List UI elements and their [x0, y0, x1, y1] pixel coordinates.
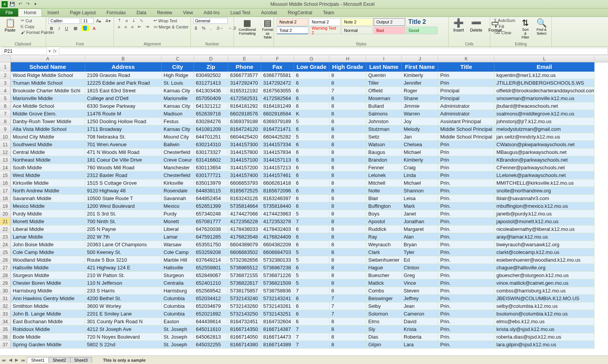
cell[interactable]: 3147292472: [261, 79, 294, 87]
cell[interactable]: Kirksville Middle: [11, 179, 85, 187]
cell[interactable]: Warsaw: [162, 241, 194, 249]
cell[interactable]: South Middle: [11, 164, 85, 172]
cell[interactable]: 11476 Route M: [85, 110, 162, 118]
cell[interactable]: Buescher: [366, 272, 402, 279]
cell[interactable]: 4200 Bethel St.: [85, 295, 162, 302]
row-header[interactable]: 27: [0, 264, 11, 272]
column-header-B[interactable]: B: [85, 55, 162, 62]
cell[interactable]: Vince: [402, 279, 438, 287]
shrink-font-icon[interactable]: A▾: [104, 18, 112, 24]
row-header[interactable]: 9: [0, 125, 11, 133]
cell[interactable]: St. Joseph: [162, 333, 194, 341]
cell[interactable]: Kirksville: [162, 179, 194, 187]
cell[interactable]: Prin.: [438, 210, 494, 218]
insert-cells-button[interactable]: ➕Insert: [451, 18, 466, 33]
cell[interactable]: 644839115: [194, 187, 228, 195]
cell[interactable]: Harrisburg: [162, 287, 194, 295]
wrap-text-button[interactable]: ↩Wrap Text: [152, 18, 190, 23]
sort-filter-button[interactable]: ⇅Sort & Filter: [518, 18, 532, 40]
cell[interactable]: John B. Lange Middle: [11, 310, 85, 318]
cell[interactable]: 647591285: [194, 233, 228, 241]
cell[interactable]: Marionville Middle: [11, 95, 85, 102]
tab-team[interactable]: Team: [317, 8, 339, 17]
cell[interactable]: Margaret: [402, 225, 438, 233]
cell[interactable]: 8: [329, 249, 366, 256]
cell[interactable]: 5732382656: [228, 256, 261, 264]
cell[interactable]: JTILLER@LINDBERGHSCHOOLS.WS: [494, 79, 595, 87]
cell[interactable]: 644439614: [194, 318, 228, 326]
cell[interactable]: 4174423963: [261, 210, 294, 218]
cell[interactable]: 641081209: [194, 125, 228, 133]
cell[interactable]: 1250 Dooling Hollow Road: [85, 118, 162, 125]
cell[interactable]: 5: [294, 210, 329, 218]
cell[interactable]: kquentin@nwr1.k12.mo.us: [494, 72, 595, 79]
cell[interactable]: 6369379188: [228, 118, 261, 125]
cell[interactable]: Kimberly: [402, 156, 438, 164]
cell[interactable]: Prin.: [438, 179, 494, 187]
cell[interactable]: elms@ebs.k12.mo.us: [494, 318, 595, 326]
cell[interactable]: 5: [294, 256, 329, 264]
cell[interactable]: Prin.: [438, 233, 494, 241]
cell[interactable]: 5732143251: [261, 310, 294, 318]
row-header[interactable]: 15: [0, 172, 11, 179]
cell[interactable]: 6: [294, 149, 329, 156]
cell[interactable]: West Middle: [11, 172, 85, 179]
redo-icon[interactable]: ↷: [25, 1, 31, 7]
tab-nav-next-icon[interactable]: ▶: [13, 357, 20, 362]
table-header-cell[interactable]: City: [162, 62, 194, 72]
cell[interactable]: 5736872155: [228, 272, 261, 279]
align-bottom-icon[interactable]: ⇣: [130, 18, 137, 23]
cell[interactable]: Route 5 Box 3210: [85, 256, 162, 264]
cell[interactable]: Purdy: [162, 210, 194, 218]
cell[interactable]: Bryan: [402, 241, 438, 249]
cell[interactable]: 3144157113: [261, 156, 294, 164]
cell[interactable]: 8: [329, 95, 366, 102]
cell[interactable]: Baugus: [366, 149, 402, 156]
cell[interactable]: Easton: [162, 318, 194, 326]
cell[interactable]: 8166714350: [228, 326, 261, 333]
cell[interactable]: 8165672096: [261, 187, 294, 195]
cell[interactable]: 12225 Eddie and Park Road: [85, 79, 162, 87]
cell[interactable]: 8165312192: [228, 87, 261, 95]
cell[interactable]: 4172353278: [261, 218, 294, 225]
cell[interactable]: nicoleabernathy@liberal.k12.mo.us: [494, 225, 595, 233]
cell[interactable]: 8164732451: [228, 318, 261, 326]
style-normal[interactable]: Normal: [341, 27, 373, 34]
font-size-select[interactable]: 11: [81, 18, 94, 24]
row-header[interactable]: 13: [0, 156, 11, 164]
cell[interactable]: Ed: [402, 256, 438, 264]
cell[interactable]: Administrator: [438, 102, 494, 110]
cell[interactable]: St. Louis: [162, 79, 194, 87]
row-header[interactable]: 12: [0, 149, 11, 156]
cell[interactable]: JBEISWIN@COLUMBIA.K12.MO.US: [494, 295, 595, 302]
row-header[interactable]: 1: [0, 62, 11, 72]
cell[interactable]: 647620038: [194, 225, 228, 233]
cell[interactable]: 708 Nebraska St.: [85, 133, 162, 141]
cell[interactable]: 8: [329, 141, 366, 149]
cell[interactable]: 6: [294, 310, 329, 318]
cell[interactable]: CWatson@pkwparkwayschools.net: [494, 141, 595, 149]
cell[interactable]: Sturgeon: [162, 272, 194, 279]
cell[interactable]: 201 S 3rd St.: [85, 210, 162, 218]
cell[interactable]: John Boise Middle: [11, 241, 85, 249]
cell[interactable]: jan.seitz@mndcty.k12.mo.us: [494, 133, 595, 141]
cell[interactable]: 4172582564: [261, 95, 294, 102]
cell[interactable]: 1711 Broadway: [85, 125, 162, 133]
cell[interactable]: 6: [294, 125, 329, 133]
cell[interactable]: bsolomon@columbia.k12.mo.us: [494, 310, 595, 318]
cell[interactable]: Brandon: [366, 156, 402, 164]
fill-button[interactable]: ⬇Fill: [493, 23, 517, 29]
cell[interactable]: 5732143260: [228, 302, 261, 310]
cell[interactable]: smoseman@marionville.k12.mo.us: [494, 95, 595, 102]
cell[interactable]: K: [294, 110, 329, 118]
cell[interactable]: 657340248: [194, 210, 228, 218]
cell[interactable]: 6604425282: [261, 133, 294, 141]
cell[interactable]: 110 N Jefferson: [85, 279, 162, 287]
cell[interactable]: Joy: [402, 118, 438, 125]
cell[interactable]: Leisa: [402, 195, 438, 202]
cell[interactable]: 8: [329, 256, 366, 264]
row-header[interactable]: 20: [0, 210, 11, 218]
cell[interactable]: 8166714389: [261, 341, 294, 349]
cell[interactable]: Combs: [366, 287, 402, 295]
cell[interactable]: Hallsville Middle: [11, 264, 85, 272]
